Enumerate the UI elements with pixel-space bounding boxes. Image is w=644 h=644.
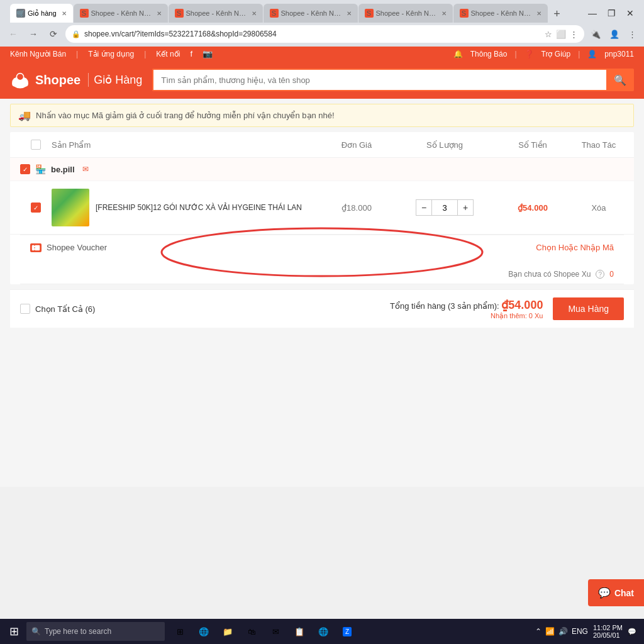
taskbar-app-store[interactable]: 🛍 [240, 620, 263, 643]
product-row: ✓ [FREESHIP 50K]12 GÓI NƯỚC XÀ VẢI HYGEI… [10, 181, 634, 235]
tab-cart-close[interactable]: ✕ [62, 10, 67, 17]
tab-shopee-5[interactable]: S Shopee - Kênh Người b... ✕ [358, 4, 453, 23]
search-button[interactable]: 🔍 [606, 69, 634, 91]
unit-price-column-header: Đơn Giá [316, 140, 397, 150]
browser-menu-icon[interactable]: ⋮ [626, 30, 639, 39]
tab-shopee-3-label: Shopee - Kênh Người i... [186, 9, 247, 18]
facebook-icon[interactable]: f [190, 49, 192, 58]
tab-shopee-2-close[interactable]: ✕ [157, 10, 162, 17]
volume-icon[interactable]: 🔊 [558, 627, 568, 636]
tab-shopee-3[interactable]: S Shopee - Kênh Người i... ✕ [169, 4, 263, 23]
total-amount: ₫54.000 [501, 299, 543, 311]
profile-icon[interactable]: 👤 [607, 30, 622, 39]
refresh-button[interactable]: ⟳ [45, 26, 62, 42]
cart-page-title: Giỏ Hàng [88, 73, 142, 87]
search-input[interactable] [152, 69, 606, 91]
tab-shopee-4-close[interactable]: ✕ [347, 10, 352, 17]
start-button[interactable]: ⊞ [3, 620, 25, 643]
total-label: Tổng tiền hàng (3 sản phẩm): [390, 301, 499, 311]
chevron-up-icon[interactable]: ⌃ [535, 627, 541, 636]
quantity-column-header: Số Lượng [397, 140, 492, 150]
quantity-input[interactable] [432, 199, 457, 216]
quantity-increase-button[interactable]: + [457, 199, 474, 216]
select-all-checkbox[interactable] [20, 304, 30, 314]
taskview-icon: ⊞ [177, 627, 184, 636]
tab-shopee-2[interactable]: S Shopee - Kênh Người i... ✕ [74, 4, 168, 23]
select-all-header-checkbox[interactable] [31, 140, 41, 150]
tab-shopee-5-close[interactable]: ✕ [441, 10, 447, 17]
close-button[interactable]: ✕ [621, 4, 639, 22]
product-delete-button[interactable]: Xóa [574, 203, 624, 213]
zalo-icon: Z [343, 627, 352, 636]
url-actions: ☆ ⬜ ⋮ [545, 30, 578, 39]
browser-window: 🛒 Giỏ hàng ✕ S Shopee - Kênh Người i... … [0, 0, 644, 487]
taskbar-app-edge[interactable]: 🌐 [192, 620, 215, 643]
time-display: 11:02 PM [593, 624, 623, 631]
tab-shopee-6-close[interactable]: ✕ [536, 10, 541, 17]
voucher-label: Shopee Voucher [47, 243, 107, 252]
seller-channel-link[interactable]: Kênh Người Bán [10, 50, 66, 58]
restore-button[interactable]: ❐ [602, 4, 620, 22]
taskbar-right: ⌃ 📶 🔊 ENG 11:02 PM 20/05/01 💬 [535, 624, 641, 639]
taskbar-app-explorer[interactable]: 📁 [216, 620, 239, 643]
connect-link[interactable]: Kết nối [156, 50, 180, 58]
help-link[interactable]: Trợ Giúp [541, 50, 571, 58]
bottom-bar: Chọn Tất Cả (6) Tổng tiền hàng (3 sản ph… [10, 289, 634, 328]
cart-container: Sản Phẩm Đơn Giá Số Lượng Số Tiền Thao T… [10, 132, 634, 284]
new-tab-button[interactable]: + [548, 5, 566, 23]
taskbar-app-zalo[interactable]: Z [336, 620, 358, 643]
product-total-price: ₫54.000 [492, 203, 574, 213]
tab-cart[interactable]: 🛒 Giỏ hàng ✕ [10, 4, 73, 23]
language-indicator[interactable]: ENG [572, 627, 588, 636]
amount-column-header: Số Tiền [492, 140, 574, 150]
extensions-icon[interactable]: 🔌 [588, 30, 603, 39]
product-checkbox-area: ✓ [20, 203, 52, 213]
chat-button[interactable]: 💬 Chat [588, 579, 644, 606]
xu-label: Bạn chưa có Shopee Xu [508, 270, 591, 279]
notice-text: Nhấn vào mục Mã giảm giá ở cuối trang để… [36, 111, 335, 120]
address-bar: ← → ⟳ 🔒 shopee.vn/cart/?itemIds=52322171… [0, 23, 644, 47]
windows-icon: ⊞ [9, 625, 19, 638]
instagram-icon[interactable]: 📷 [203, 49, 213, 58]
shop-store-icon: 🏪 [35, 164, 46, 174]
notification-icon[interactable]: 💬 [628, 628, 636, 636]
back-button[interactable]: ← [5, 26, 21, 42]
taskbar-app-tasklist[interactable]: ⊞ [169, 620, 191, 643]
voucher-action-link[interactable]: Chọn Hoặc Nhập Mã [536, 243, 614, 252]
xu-row: Bạn chưa có Shopee Xu ? 0 [20, 265, 624, 284]
notifications-link[interactable]: Thông Báo [470, 50, 508, 58]
header: Shopee Giỏ Hàng 🔍 [0, 61, 644, 99]
taskbar-search-box[interactable]: 🔍 Type here to search [26, 622, 165, 641]
download-app-link[interactable]: Tải ứng dụng [88, 50, 134, 58]
action-column-header: Thao Tác [574, 140, 624, 150]
tab-shopee-3-close[interactable]: ✕ [252, 10, 257, 17]
xu-saving: Nhận thêm: 0 Xu [390, 312, 543, 320]
clock: 11:02 PM 20/05/01 [593, 624, 623, 639]
wifi-icon[interactable]: 📶 [545, 627, 555, 636]
product-image [52, 189, 89, 226]
tab-shopee-6[interactable]: S Shopee - Kênh Người b... ✕ [453, 4, 548, 23]
taskbar-app-chrome[interactable]: 🌐 [312, 620, 335, 643]
svg-rect-3 [12, 81, 28, 86]
tab-cart-label: Giỏ hàng [28, 9, 57, 18]
buy-button[interactable]: Mua Hàng [553, 297, 624, 320]
menu-icon[interactable]: ⋮ [570, 30, 578, 39]
product-info: [FREESHIP 50K]12 GÓI NƯỚC XÀ VẢI HYGEINE… [52, 189, 316, 226]
shopee-text-logo: Shopee [35, 73, 80, 87]
quantity-decrease-button[interactable]: − [416, 199, 432, 216]
taskbar-app-unknown[interactable]: 📋 [288, 620, 311, 643]
username-link[interactable]: pnp3011 [604, 50, 634, 58]
shop-checkbox[interactable]: ✓ [20, 164, 30, 174]
taskbar-app-mail[interactable]: ✉ [264, 620, 287, 643]
notification-bell-icon: 🔔 [453, 50, 463, 58]
store-icon: 🛍 [248, 627, 256, 636]
shopee-tab-icon-5: S [365, 9, 374, 18]
xu-help-icon[interactable]: ? [596, 270, 604, 279]
bookmark-icon[interactable]: ☆ [545, 30, 552, 39]
tab-shopee-4[interactable]: S Shopee - Kênh Người i... ✕ [264, 4, 358, 23]
minimize-button[interactable]: — [584, 4, 601, 22]
forward-button[interactable]: → [25, 26, 42, 42]
url-bar[interactable]: 🔒 shopee.vn/cart/?itemIds=5232217168&sho… [65, 25, 584, 43]
product-checkbox[interactable]: ✓ [31, 203, 41, 213]
cast-icon[interactable]: ⬜ [556, 30, 566, 39]
